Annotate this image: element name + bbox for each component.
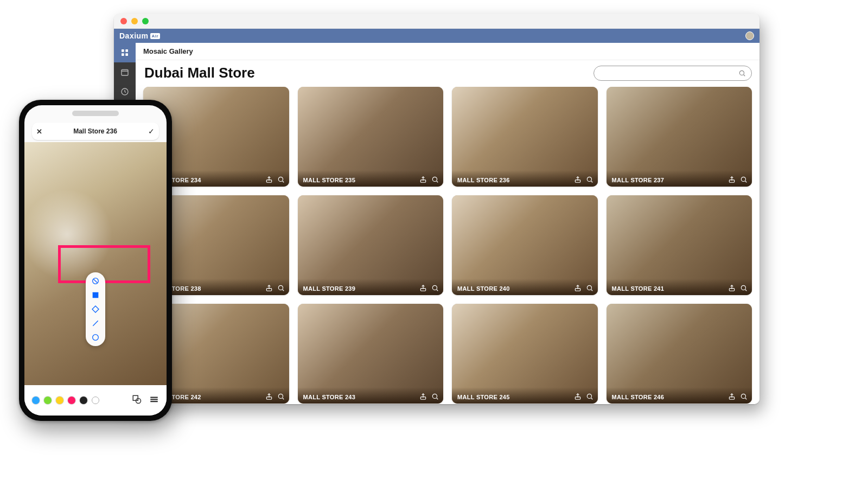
card-overlay: MALL STORE 245 bbox=[452, 387, 598, 404]
breadcrumb: Mosaic Gallery bbox=[143, 47, 193, 55]
share-icon[interactable] bbox=[265, 176, 273, 183]
svg-rect-37 bbox=[150, 399, 158, 400]
card-action-icons bbox=[574, 176, 593, 183]
magnify-icon[interactable] bbox=[740, 176, 748, 183]
share-icon[interactable] bbox=[265, 284, 273, 292]
share-icon[interactable] bbox=[419, 393, 427, 400]
svg-point-18 bbox=[432, 285, 437, 290]
card-action-icons bbox=[265, 176, 285, 183]
phone-notch bbox=[72, 111, 119, 116]
svg-rect-34 bbox=[133, 395, 138, 400]
share-icon[interactable] bbox=[574, 284, 582, 292]
mosaic-gallery: MALL STORE 234MALL STORE 235MALL STORE 2… bbox=[136, 87, 760, 404]
gallery-card[interactable]: MALL STORE 236 bbox=[452, 87, 598, 187]
share-icon[interactable] bbox=[728, 176, 736, 183]
brand-suffix: Air bbox=[150, 33, 161, 39]
user-avatar[interactable] bbox=[745, 31, 754, 40]
circle-tool[interactable] bbox=[91, 333, 100, 342]
shapes-toggle-button[interactable] bbox=[132, 394, 142, 406]
sidebar-item-clock[interactable] bbox=[114, 82, 136, 101]
svg-rect-4 bbox=[122, 69, 128, 75]
card-action-icons bbox=[728, 176, 748, 183]
gallery-card[interactable]: MALL STORE 237 bbox=[607, 87, 752, 187]
card-overlay: MALL STORE 241 bbox=[607, 279, 752, 295]
color-swatch[interactable] bbox=[56, 397, 63, 404]
share-icon[interactable] bbox=[728, 393, 736, 400]
svg-rect-32 bbox=[93, 292, 99, 298]
shape-tool-picker bbox=[86, 272, 105, 346]
gallery-card[interactable]: MALL STORE 239 bbox=[298, 195, 444, 295]
gallery-card[interactable]: MALL STORE 246 bbox=[607, 304, 752, 404]
color-swatch[interactable] bbox=[32, 397, 40, 404]
share-icon[interactable] bbox=[574, 176, 582, 183]
magnify-icon[interactable] bbox=[277, 176, 285, 183]
color-swatch[interactable] bbox=[92, 397, 99, 404]
color-swatch[interactable] bbox=[80, 397, 87, 404]
window-body: Mosaic Gallery Dubai Mall Store MALL STO… bbox=[114, 43, 760, 404]
color-swatch[interactable] bbox=[44, 397, 52, 404]
gallery-card[interactable]: MALL STORE 243 bbox=[298, 304, 444, 404]
search-input[interactable] bbox=[593, 66, 752, 81]
card-action-icons bbox=[419, 393, 439, 400]
desktop-window: Daxium Air Mosaic Gallery Dubai Mall Sto… bbox=[114, 14, 760, 404]
card-overlay: MALL STORE 240 bbox=[452, 279, 598, 295]
svg-rect-1 bbox=[125, 49, 128, 52]
magnify-icon[interactable] bbox=[586, 284, 593, 292]
window-maximize-dot[interactable] bbox=[142, 18, 149, 24]
eraser-tool[interactable] bbox=[91, 277, 100, 285]
page-title: Dubai Mall Store bbox=[144, 65, 255, 81]
sidebar-item-calendar[interactable] bbox=[114, 62, 136, 82]
magnify-icon[interactable] bbox=[431, 393, 439, 400]
brand-text: Daxium bbox=[119, 31, 149, 40]
annotator-photo[interactable] bbox=[24, 142, 167, 385]
magnify-icon[interactable] bbox=[740, 284, 748, 292]
svg-point-8 bbox=[278, 177, 283, 181]
diamond-tool[interactable] bbox=[91, 305, 100, 314]
phone-screen: ✕ Mall Store 236 ✓ bbox=[24, 105, 167, 416]
card-overlay: MALL STORE 236 bbox=[452, 170, 598, 187]
share-icon[interactable] bbox=[419, 176, 427, 183]
share-icon[interactable] bbox=[574, 393, 582, 400]
svg-point-20 bbox=[587, 285, 591, 290]
rectangle-tool[interactable] bbox=[91, 291, 100, 299]
card-label: MALL STORE 245 bbox=[457, 394, 510, 400]
card-label: MALL STORE 243 bbox=[303, 394, 356, 400]
window-close-dot[interactable] bbox=[120, 18, 127, 24]
card-action-icons bbox=[728, 393, 748, 400]
share-icon[interactable] bbox=[265, 393, 273, 400]
card-overlay: MALL STORE 235 bbox=[298, 170, 444, 187]
magnify-icon[interactable] bbox=[586, 176, 593, 183]
close-button[interactable]: ✕ bbox=[36, 127, 42, 136]
content-area: Mosaic Gallery Dubai Mall Store MALL STO… bbox=[136, 43, 760, 404]
svg-point-6 bbox=[739, 71, 744, 75]
card-label: MALL STORE 236 bbox=[457, 177, 510, 183]
magnify-icon[interactable] bbox=[740, 393, 748, 400]
gallery-card[interactable]: MALL STORE 245 bbox=[452, 304, 598, 404]
card-action-icons bbox=[265, 393, 285, 400]
svg-point-24 bbox=[278, 394, 283, 398]
card-overlay: MALL STORE 237 bbox=[607, 170, 752, 187]
card-label: MALL STORE 235 bbox=[303, 177, 356, 183]
breadcrumb-bar: Mosaic Gallery bbox=[136, 43, 760, 60]
color-swatch[interactable] bbox=[68, 397, 75, 404]
magnify-icon[interactable] bbox=[277, 393, 285, 400]
line-tool[interactable] bbox=[91, 319, 100, 328]
svg-rect-0 bbox=[122, 49, 124, 52]
magnify-icon[interactable] bbox=[431, 284, 439, 292]
card-action-icons bbox=[419, 284, 439, 292]
magnify-icon[interactable] bbox=[431, 176, 439, 183]
confirm-button[interactable]: ✓ bbox=[148, 127, 155, 136]
bottom-right-tools bbox=[132, 394, 159, 406]
share-icon[interactable] bbox=[728, 284, 736, 292]
brand-bar: Daxium Air bbox=[114, 29, 760, 43]
share-icon[interactable] bbox=[419, 284, 427, 292]
phone-bottom-toolbar bbox=[24, 385, 167, 416]
gallery-card[interactable]: MALL STORE 241 bbox=[607, 195, 752, 295]
sidebar-item-apps[interactable] bbox=[114, 43, 136, 62]
window-minimize-dot[interactable] bbox=[131, 18, 138, 24]
magnify-icon[interactable] bbox=[586, 393, 593, 400]
magnify-icon[interactable] bbox=[277, 284, 285, 292]
gallery-card[interactable]: MALL STORE 235 bbox=[298, 87, 444, 187]
gallery-card[interactable]: MALL STORE 240 bbox=[452, 195, 598, 295]
menu-button[interactable] bbox=[149, 394, 159, 406]
